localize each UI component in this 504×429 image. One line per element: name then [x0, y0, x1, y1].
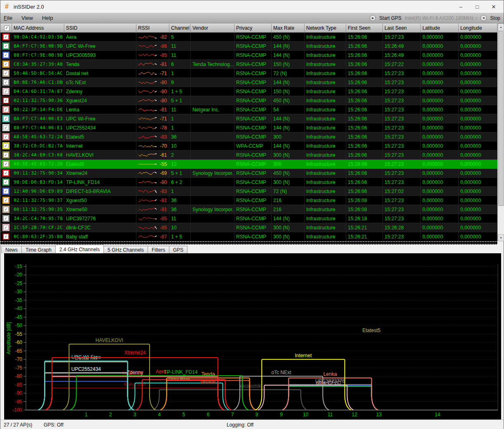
table-cell: C8:3A:35:27:39:A8: [12, 60, 64, 69]
first-seen: 15:26:06: [348, 98, 367, 104]
scroll-up-icon[interactable]: ▲: [498, 24, 504, 31]
adapter-select[interactable]: Intel(R) Wi-Fi 6 AX200 160MHz: [405, 15, 474, 21]
table-row[interactable]: ✓98:DA:C4:02:D3:5BAera-825RSNA-CCMP450 (…: [0, 33, 497, 42]
menu-item-file[interactable]: File: [4, 15, 12, 21]
table-row[interactable]: ✓00:11:32:75:90:34Xtreme24-695 + 1Synolo…: [0, 169, 497, 178]
table-row[interactable]: ✓34:2C:C4:70:95:78UPC3972776-8511RSNA-CC…: [0, 214, 497, 223]
table-row[interactable]: ✓00:22:3F:14:F4:DELenka-8111Netgear Inc.…: [0, 105, 497, 114]
column-header-mac-address[interactable]: MAC Address: [12, 24, 64, 33]
table-row[interactable]: ✓12:A0:96:D6:E9:89DIRECT-b3-BRAVIA-831RS…: [0, 187, 497, 196]
tab-news[interactable]: News: [1, 246, 22, 253]
network-checkbox[interactable]: ✓: [3, 198, 9, 203]
table-row[interactable]: ✓A8:5E:45:63:72:20Etatest5-5512RSNA-CCMP…: [0, 160, 497, 169]
column-header-last-seen[interactable]: Last Seen: [383, 24, 421, 33]
network-checkbox[interactable]: ✓: [3, 34, 9, 40]
column-header-privacy[interactable]: Privacy: [234, 24, 272, 33]
table-row[interactable]: ✓38:72:C0:DC:B2:7AInternet-7010WPA-CCMP1…: [0, 141, 497, 151]
scrollbar-thumb[interactable]: [498, 31, 504, 206]
tab-2-4-ghz-channels[interactable]: 2.4 GHz Channels: [55, 245, 104, 253]
minimize-icon[interactable]: –: [452, 0, 469, 13]
table-cell: ✓: [0, 178, 12, 187]
play-icon[interactable]: ▶: [370, 15, 376, 21]
network-checkbox[interactable]: ✓: [3, 43, 9, 49]
longitude: 0,000000: [460, 89, 481, 94]
tab-gps[interactable]: GPS: [169, 246, 188, 253]
select-all-checkbox[interactable]: ✓: [4, 26, 9, 31]
network-checkbox[interactable]: ✓: [3, 98, 9, 103]
network-checkbox[interactable]: ✓: [3, 234, 9, 239]
horizontal-scrollbar[interactable]: [0, 241, 497, 245]
stop-button[interactable]: Stop: [490, 15, 500, 21]
network-checkbox[interactable]: ✓: [3, 116, 9, 121]
latitude: 0,000000: [422, 225, 443, 231]
vertical-scrollbar[interactable]: ▲ ▼: [497, 24, 504, 241]
last-seen: 15:27:23: [384, 170, 404, 176]
mac-address: 02:11:32:75:90:36: [14, 98, 63, 103]
latitude: 0,000000: [422, 170, 443, 176]
network-checkbox[interactable]: ✓: [3, 179, 9, 185]
menu-item-help[interactable]: Help: [42, 15, 53, 21]
network-checkbox[interactable]: ✓: [3, 89, 9, 94]
column-header-first-seen[interactable]: First Seen: [346, 24, 383, 33]
network-checkbox[interactable]: ✓: [3, 52, 9, 58]
longitude: 0,000000: [460, 225, 481, 231]
menu-item-view[interactable]: View: [21, 15, 33, 21]
table-row[interactable]: ✓50:46:5D:BC:56:ACDostal net-711RSNA-CCM…: [0, 69, 497, 78]
latitude: 0,000000: [422, 125, 443, 131]
column-header-ssid[interactable]: SSID: [64, 24, 136, 33]
table-row[interactable]: ✓1C:5F:2B:70:CF:2Cdlink-CF2C-8510RSNA-CC…: [0, 223, 497, 232]
stop-icon[interactable]: ■: [481, 15, 487, 21]
close-icon[interactable]: ✕: [485, 0, 502, 13]
network-checkbox[interactable]: ✓: [3, 207, 9, 212]
privacy: RSNA-CCMP: [236, 234, 266, 240]
table-row[interactable]: ✓0C:80:63:2F:35:B8Baby staff-871 + 5RSNA…: [0, 232, 497, 241]
table-row[interactable]: ✓98:DE:D0:B3:FD:14TP-LINK_FD14-806 + 2RS…: [0, 178, 497, 187]
network-checkbox[interactable]: ✓: [3, 216, 9, 221]
column-header-longitude[interactable]: Longitude: [459, 24, 497, 33]
tab-5-ghz-channels[interactable]: 5 GHz Channels: [103, 246, 148, 253]
table-row[interactable]: ✓8A:F7:C7:9E:0B:9DUPC Wi-Free-8611RSNA-C…: [0, 42, 497, 51]
column-header-vendor[interactable]: Vendor: [191, 24, 234, 33]
table-cell: 34:2C:C4:70:95:78: [12, 214, 64, 223]
network-checkbox[interactable]: ✓: [3, 125, 9, 130]
network-checkbox[interactable]: ✓: [3, 225, 9, 230]
first-seen: 15:26:18: [348, 216, 367, 222]
table-row[interactable]: ✓38:2C:4A:E0:C3:68HAVELKOVI-612RSNA-CCMP…: [0, 151, 497, 160]
table-row[interactable]: ✓88:F7:C7:9E:0B:9BUPC3005593-8511RSNA-CC…: [0, 51, 497, 60]
network-checkbox[interactable]: ✓: [3, 189, 9, 194]
column-header-network-type[interactable]: Network Type: [305, 24, 346, 33]
table-row[interactable]: ✓C8:3A:35:27:39:A8Tenda-816Tenda Technol…: [0, 60, 497, 69]
column-header-latitude[interactable]: Latitude: [421, 24, 459, 33]
network-checkbox[interactable]: ✓: [3, 71, 9, 76]
scroll-down-icon[interactable]: ▼: [498, 234, 504, 241]
network-checkbox[interactable]: ✓: [3, 61, 9, 67]
rssi-sparkline: [138, 179, 158, 186]
tab-time-graph[interactable]: Time Graph: [21, 246, 56, 253]
table-row[interactable]: ✓00:11:32:75:90:35Xtreme50-9136Synology …: [0, 205, 497, 214]
network-checkbox[interactable]: ✓: [3, 80, 9, 85]
network-checkbox[interactable]: ✓: [3, 107, 9, 112]
start-gps-button[interactable]: Start GPS: [379, 15, 401, 21]
column-header-channel[interactable]: Channel: [169, 24, 191, 33]
maximize-icon[interactable]: □: [469, 0, 485, 13]
chevron-down-icon[interactable]: ▾: [476, 16, 478, 20]
network-checkbox[interactable]: ✓: [3, 170, 9, 176]
channel: 12: [171, 161, 176, 167]
network-checkbox[interactable]: ✓: [3, 143, 9, 148]
tab-filters[interactable]: Filters: [148, 246, 169, 253]
column-header-max-rate[interactable]: Max Rate: [272, 24, 305, 33]
column-header-rssi[interactable]: RSSI: [136, 24, 169, 33]
network-color-swatch: ✓: [2, 115, 9, 122]
table-row[interactable]: ✓88:F7:C7:44:06:E1UPC2552434-781RSNA-CCM…: [0, 123, 497, 132]
network-checkbox[interactable]: ✓: [3, 134, 9, 139]
table-row[interactable]: ✓A8:5E:45:63:72:24Etatest5-8336RSNA-CCMP…: [0, 132, 497, 141]
network-checkbox[interactable]: ✓: [3, 152, 9, 158]
table-row[interactable]: ✓02:11:32:75:90:37Xguest50-9136RSNA-CCMP…: [0, 196, 497, 205]
table-row[interactable]: ✓8A:F7:C7:44:06:E3UPC Wi-Free-711RSNA-CC…: [0, 114, 497, 123]
network-checkbox[interactable]: ✓: [3, 161, 9, 167]
select-all-header[interactable]: ✓: [0, 24, 12, 33]
table-row[interactable]: ✓02:11:32:75:90:36Xguest24-805 + 1RSNA-C…: [0, 96, 497, 105]
table-cell: RSNA-CCMP: [234, 42, 272, 51]
table-row[interactable]: ✓B0:BE:76:A6:C1:DBoTc NExt-809RSNA-CCMP1…: [0, 78, 497, 87]
table-row[interactable]: ✓D4:CA:6D:31:7A:87Zdenny-801 + 5RSNA-CCM…: [0, 87, 497, 96]
